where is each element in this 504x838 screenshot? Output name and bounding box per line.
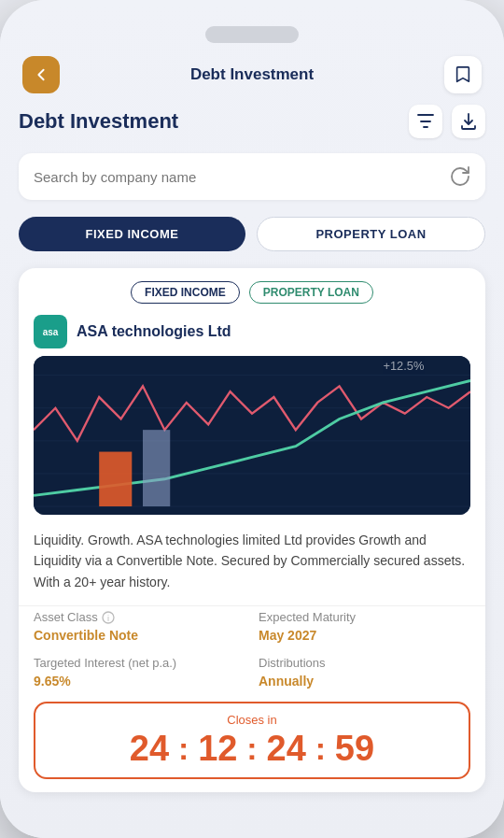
metric-expected-maturity: Expected Maturity May 2027 (259, 610, 470, 643)
page-content: Debt Investment (0, 105, 504, 792)
countdown-hours: 24 (126, 731, 173, 766)
bookmark-button[interactable] (444, 56, 482, 93)
card-tags: FIXED INCOME PROPERTY LOAN (19, 268, 485, 304)
countdown-seconds: 24 (263, 731, 310, 766)
company-row: asa ASA technologies Ltd (19, 304, 485, 356)
chart-svg: +12.5% (34, 356, 470, 515)
info-icon: i (102, 611, 115, 624)
metric-expected-maturity-label: Expected Maturity (259, 610, 470, 624)
countdown-digits: 24 : 12 : 24 : 59 (50, 731, 454, 766)
action-icons (409, 105, 485, 138)
svg-text:i: i (107, 614, 109, 623)
chart-area: +12.5% (34, 356, 470, 515)
metrics-grid: Asset Class i Convertible Note Expected … (19, 605, 485, 702)
search-bar (19, 153, 485, 200)
svg-rect-6 (99, 452, 132, 507)
countdown-minutes: 12 (194, 731, 241, 766)
notch (205, 26, 299, 43)
notch-bar (0, 19, 504, 47)
metric-targeted-interest-value: 9.65% (34, 674, 245, 689)
countdown-sep-1: : (178, 732, 189, 764)
metric-asset-class-label: Asset Class i (34, 610, 245, 624)
metric-targeted-interest-label: Targeted Interest (net p.a.) (34, 656, 245, 670)
tab-property-loan[interactable]: PROPERTY LOAN (257, 217, 485, 251)
refresh-icon[interactable] (450, 166, 470, 187)
metric-expected-maturity-value: May 2027 (259, 628, 470, 643)
header-title: Debt Investment (190, 65, 314, 84)
back-button[interactable] (22, 56, 60, 93)
metric-distributions-value: Annually (259, 674, 470, 689)
svg-rect-7 (143, 430, 170, 506)
countdown-sep-3: : (315, 732, 326, 764)
header: Debt Investment (0, 47, 504, 105)
tab-fixed-income[interactable]: FIXED INCOME (19, 217, 245, 251)
tag-fixed-income: FIXED INCOME (131, 281, 240, 304)
card-description: Liquidity. Growth. ASA technologies limi… (19, 526, 485, 605)
metric-asset-class: Asset Class i Convertible Note (34, 610, 245, 643)
search-input[interactable] (34, 169, 450, 185)
tag-property-loan: PROPERTY LOAN (249, 281, 373, 304)
metric-targeted-interest: Targeted Interest (net p.a.) 9.65% (34, 656, 245, 689)
company-name: ASA technologies Ltd (77, 323, 231, 340)
filter-button[interactable] (409, 105, 442, 138)
countdown-sep-2: : (246, 732, 257, 764)
svg-text:+12.5%: +12.5% (383, 359, 424, 373)
page-title: Debt Investment (19, 109, 178, 134)
countdown-milliseconds: 59 (331, 731, 378, 766)
metric-asset-class-value: Convertible Note (34, 628, 245, 643)
metric-distributions: Distributions Annually (259, 656, 470, 689)
page-title-row: Debt Investment (19, 105, 485, 138)
investment-card: FIXED INCOME PROPERTY LOAN asa ASA techn… (19, 268, 485, 792)
download-button[interactable] (452, 105, 485, 138)
company-logo: asa (34, 315, 67, 348)
metric-distributions-label: Distributions (259, 656, 470, 670)
category-tabs: FIXED INCOME PROPERTY LOAN (19, 217, 485, 251)
svg-rect-0 (34, 356, 470, 515)
countdown-bar: Closes in 24 : 12 : 24 : 59 (34, 702, 470, 779)
closes-label: Closes in (50, 713, 454, 727)
